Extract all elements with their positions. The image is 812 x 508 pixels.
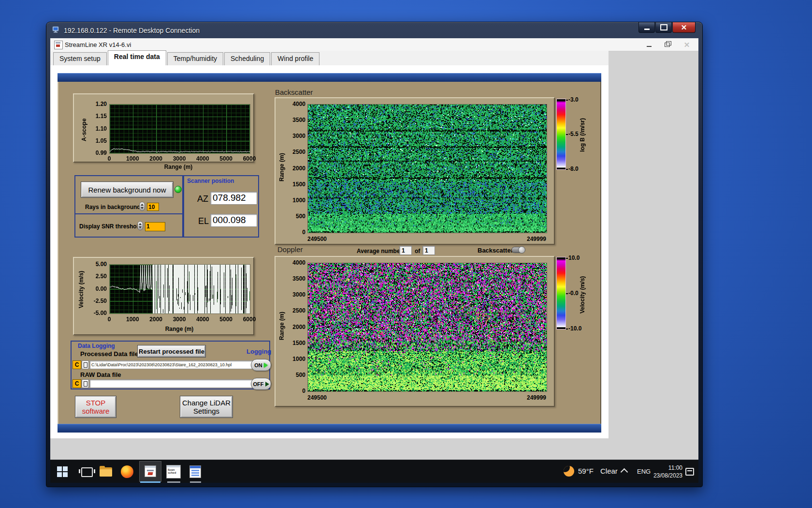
x-tick: 5000 bbox=[216, 155, 237, 162]
streamline-app-button[interactable] bbox=[145, 465, 156, 477]
doppler-x-max: 249999 bbox=[498, 394, 546, 401]
start-button[interactable] bbox=[57, 466, 68, 477]
tray-clock[interactable]: 11:00 23/08/2023 bbox=[649, 464, 682, 479]
app-minimize-button[interactable] bbox=[642, 40, 656, 49]
spin-down-icon[interactable] bbox=[139, 226, 142, 228]
processed-data-file-label: Processed Data file bbox=[80, 350, 138, 358]
y-tick: 1000 bbox=[277, 356, 305, 362]
minimize-icon bbox=[647, 46, 652, 47]
firefox-icon bbox=[121, 465, 133, 478]
backscatter-toggle[interactable] bbox=[511, 247, 525, 253]
y-tick: 500 bbox=[277, 213, 305, 220]
raw-drive-selector[interactable]: C bbox=[72, 379, 81, 388]
y-tick: 0.00 bbox=[82, 285, 107, 292]
change-lidar-settings-button[interactable]: Change LiDAR Settings bbox=[180, 396, 232, 418]
action-center-icon[interactable] bbox=[685, 468, 694, 476]
task-view-button[interactable] bbox=[81, 467, 93, 477]
backscatter-plot-area bbox=[307, 104, 547, 233]
restart-processed-file-button[interactable]: Restart processed file bbox=[138, 345, 205, 357]
tab-system-setup[interactable]: System setup bbox=[53, 52, 107, 65]
hidden-icons-chevron-icon[interactable] bbox=[621, 468, 628, 476]
spin-up-icon[interactable] bbox=[141, 204, 144, 206]
doppler-title: Doppler bbox=[277, 245, 303, 254]
tab-scheduling[interactable]: Scheduling bbox=[224, 52, 270, 65]
snr-threshold-box: Display SNR threshold 1 bbox=[74, 213, 183, 238]
toggle-knob[interactable] bbox=[518, 246, 525, 254]
firefox-button[interactable] bbox=[121, 465, 133, 478]
app-restore-button[interactable] bbox=[660, 40, 674, 49]
y-tick: -5.00 bbox=[82, 310, 107, 316]
snr-value-field[interactable]: 1 bbox=[145, 222, 165, 231]
restore-icon bbox=[665, 43, 670, 47]
tab-wind-profile[interactable]: Wind profile bbox=[271, 52, 319, 65]
colorbar-tick: 10.0 bbox=[568, 254, 588, 261]
scan-schedule-icon: Scan sched bbox=[166, 465, 181, 478]
rays-value-field[interactable]: 10 bbox=[147, 203, 159, 211]
snr-threshold-label: Display SNR threshold bbox=[79, 223, 142, 230]
y-tick: 500 bbox=[277, 372, 305, 378]
y-tick: 3500 bbox=[277, 117, 305, 123]
raw-path-browse-icon[interactable] bbox=[82, 379, 89, 388]
background-status-led bbox=[174, 186, 182, 193]
panel-top-band bbox=[58, 73, 601, 82]
backscatter-toggle-label: Backscatter bbox=[478, 247, 513, 254]
rdp-close-button[interactable]: ✕ bbox=[672, 22, 696, 33]
el-value-display: 000.098 bbox=[210, 214, 257, 227]
tray-temperature[interactable]: 59°F bbox=[578, 467, 594, 475]
rays-spinner[interactable] bbox=[139, 202, 145, 211]
backscatter-graph: Range (m) 249500 249999 4000350030002500… bbox=[275, 97, 555, 245]
processed-drive-selector[interactable]: C bbox=[72, 360, 81, 369]
app-titlebar[interactable]: StreamLine XR v14-6.vi ✕ bbox=[50, 38, 698, 51]
snr-spinner[interactable] bbox=[137, 221, 143, 230]
tab-real-time-data[interactable]: Real time data bbox=[108, 50, 166, 65]
processed-logging-on-button[interactable]: ON bbox=[251, 359, 271, 371]
tray-date: 23/08/2023 bbox=[649, 472, 682, 479]
running-app-underline bbox=[190, 481, 201, 483]
tray-weather-condition[interactable]: Clear bbox=[600, 467, 618, 475]
of-label: of bbox=[415, 248, 420, 254]
velocity-graph: Velocity (m/s) Range (m) 5.002.500.00-2.… bbox=[73, 257, 254, 335]
raw-logging-off-button[interactable]: OFF bbox=[251, 378, 271, 390]
tab-temp-humidity[interactable]: Temp/humidity bbox=[167, 52, 223, 65]
file-explorer-button[interactable] bbox=[100, 467, 112, 477]
maximize-icon bbox=[660, 24, 667, 30]
rdp-window: 192.168.0.122 - Remote Desktop Connectio… bbox=[46, 22, 703, 487]
folder-icon bbox=[100, 467, 112, 477]
average-total-field[interactable]: 1 bbox=[422, 246, 435, 255]
y-tick: 1.20 bbox=[82, 101, 107, 107]
path-glyph-icon bbox=[84, 381, 87, 387]
y-tick: 4000 bbox=[277, 259, 305, 266]
processed-path-browse-icon[interactable] bbox=[82, 360, 89, 369]
document-app-icon bbox=[189, 465, 201, 478]
close-icon: ✕ bbox=[681, 24, 687, 31]
windows-logo-icon bbox=[57, 466, 68, 477]
renew-background-button[interactable]: Renew background now bbox=[81, 182, 173, 197]
stop-software-button[interactable]: STOP software bbox=[75, 396, 116, 418]
y-tick: 1000 bbox=[277, 197, 305, 204]
ascope-plot-area bbox=[109, 104, 250, 154]
colorbar-tick-mark bbox=[566, 169, 568, 170]
x-tick: 0 bbox=[99, 316, 120, 323]
app-icon bbox=[54, 41, 63, 49]
x-tick: 5000 bbox=[216, 316, 237, 323]
weather-moon-icon[interactable] bbox=[564, 466, 574, 477]
scan-schedule-button[interactable]: Scan sched bbox=[166, 465, 181, 478]
rdp-computer-icon bbox=[52, 26, 60, 35]
app-close-button[interactable]: ✕ bbox=[680, 40, 694, 49]
close-icon: ✕ bbox=[684, 41, 690, 48]
y-tick: 1500 bbox=[277, 340, 305, 346]
labview-app-icon bbox=[145, 465, 156, 477]
rdp-minimize-button[interactable] bbox=[638, 22, 655, 33]
rdp-titlebar[interactable]: 192.168.0.122 - Remote Desktop Connectio… bbox=[46, 22, 702, 38]
processed-path-field[interactable]: C:\Lidar\Data\Proc\2023\202308\20230823\… bbox=[89, 360, 263, 369]
raw-path-field[interactable] bbox=[89, 379, 263, 388]
document-app-button[interactable] bbox=[189, 465, 201, 478]
y-tick: 2500 bbox=[277, 149, 305, 155]
spin-down-icon[interactable] bbox=[141, 207, 144, 209]
y-tick: 1500 bbox=[277, 181, 305, 188]
average-number-field[interactable]: 1 bbox=[399, 246, 412, 255]
rdp-maximize-button[interactable] bbox=[655, 22, 672, 33]
y-tick: 4000 bbox=[277, 101, 305, 107]
spin-up-icon[interactable] bbox=[139, 223, 142, 225]
colorbar-tick: -5.5 bbox=[568, 131, 588, 137]
